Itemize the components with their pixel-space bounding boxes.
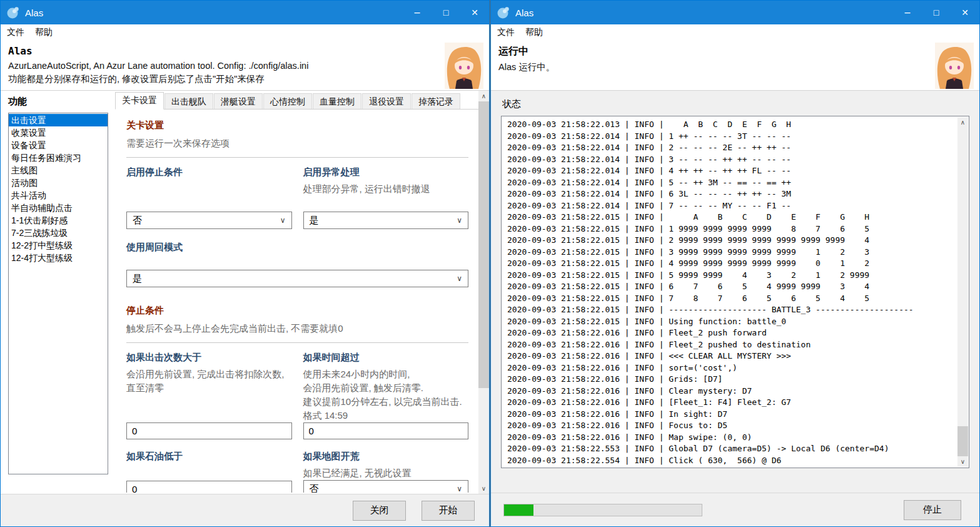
menu-item[interactable]: 帮助	[525, 26, 548, 39]
log-line: 2020-09-03 21:58:22.015 | INFO | 5 9999 …	[507, 270, 955, 282]
log-line: 2020-09-03 21:58:22.015 | INFO | Using f…	[507, 316, 955, 328]
log-line: 2020-09-03 21:58:22.016 | INFO | sort=('…	[507, 362, 955, 374]
log-line: 2020-09-03 21:58:22.016 | INFO | In sigh…	[507, 409, 955, 421]
loop-mode-value: 是	[133, 273, 142, 285]
log-line: 2020-09-03 21:58:22.014 | INFO | 3 -- --…	[507, 154, 955, 166]
sidebar-item[interactable]: 活动图	[9, 177, 108, 189]
function-list[interactable]: 出击设置收菜设置设备设置每日任务困难演习主线图活动图共斗活动半自动辅助点击1-1…	[8, 113, 108, 474]
if-map-select[interactable]: 否 ∨	[303, 480, 469, 493]
field-label-if-oil: 如果石油低于	[126, 451, 292, 463]
app-header-title: Alas	[8, 45, 439, 57]
log-line: 2020-09-03 21:58:22.015 | INFO | -------…	[507, 304, 955, 316]
chevron-down-icon: ∨	[457, 484, 462, 493]
log-line: 2020-09-03 21:58:22.014 | INFO | 1 ++ --…	[507, 131, 955, 143]
log-line: 2020-09-03 21:58:22.015 | INFO | 2 9999 …	[507, 235, 955, 247]
close-dialog-button[interactable]: 关闭	[353, 501, 406, 521]
chevron-down-icon: ∨	[457, 216, 462, 225]
tab[interactable]: 关卡设置	[115, 92, 164, 110]
status-area: 状态 2020-09-03 21:58:22.013 | INFO | A B …	[491, 91, 979, 493]
avatar	[444, 43, 484, 89]
minimize-button-icon[interactable]: –	[403, 1, 432, 24]
sidebar-item[interactable]: 1-1伏击刷好感	[9, 214, 108, 227]
menubar: 文件帮助	[1, 24, 489, 40]
tab[interactable]: 心情控制	[263, 93, 312, 109]
field-label-enable-exception: 启用异常处理	[303, 166, 469, 178]
sidebar-item[interactable]: 收菜设置	[9, 126, 108, 139]
window-title: Alas	[25, 8, 403, 18]
scrollbar-thumb[interactable]	[957, 426, 968, 456]
log-output[interactable]: 2020-09-03 21:58:22.013 | INFO | A B C D…	[501, 116, 969, 468]
scroll-up-icon[interactable]: ∧	[957, 117, 968, 128]
app-header-subtitle: AzurLaneAutoScript, An Azur Lane automat…	[8, 59, 439, 73]
start-button[interactable]: 开始	[422, 501, 475, 521]
app-header: 运行中 Alas 运行中。	[491, 40, 979, 91]
if-count-input[interactable]	[126, 422, 292, 439]
log-line: 2020-09-03 21:58:22.016 | INFO | <<< CLE…	[507, 350, 955, 362]
sidebar-item[interactable]: 半自动辅助点击	[9, 202, 108, 214]
sidebar-item[interactable]: 出击设置	[9, 114, 108, 126]
run-status-subtitle: Alas 运行中。	[498, 61, 929, 74]
tab[interactable]: 退役设置	[362, 93, 411, 109]
if-map-value: 否	[310, 483, 319, 493]
close-button-icon[interactable]: ✕	[460, 1, 489, 24]
scroll-down-icon[interactable]: ∨	[957, 456, 968, 467]
titlebar[interactable]: Alas – □ ✕	[491, 1, 979, 24]
tab[interactable]: 掉落记录	[412, 93, 460, 109]
if-time-input[interactable]	[303, 422, 469, 439]
log-scrollbar[interactable]: ∧ ∨	[957, 117, 968, 467]
sidebar-item[interactable]: 每日任务困难演习	[9, 151, 108, 164]
section-desc-stage: 需要运行一次来保存选项	[126, 138, 468, 150]
titlebar[interactable]: Alas – □ ✕	[1, 1, 489, 24]
field-label-if-time: 如果时间超过	[303, 352, 469, 364]
alas-running-window: Alas – □ ✕ 文件帮助 运行中 Alas 运行中。 状态 2020-09…	[490, 0, 980, 527]
menu-item[interactable]: 帮助	[35, 26, 58, 39]
log-line: 2020-09-03 21:58:22.014 | INFO | 5 -- ++…	[507, 177, 955, 189]
divider	[126, 342, 468, 343]
maximize-button-icon[interactable]: □	[432, 1, 460, 24]
alas-logo-icon	[6, 6, 20, 19]
sidebar-item[interactable]: 12-4打大型练级	[9, 252, 108, 264]
log-line: 2020-09-03 21:58:22.015 | INFO | 3 9999 …	[507, 247, 955, 258]
tab[interactable]: 血量控制	[313, 93, 361, 109]
scroll-down-icon[interactable]: ∨	[478, 483, 489, 494]
sidebar-item[interactable]: 12-2打中型练级	[9, 239, 108, 252]
log-line: 2020-09-03 21:58:22.016 | INFO | Clear m…	[507, 386, 955, 397]
scroll-up-icon[interactable]: ∧	[478, 91, 489, 101]
sidebar-item[interactable]: 7-2三战拣垃圾	[9, 227, 108, 239]
loop-mode-select[interactable]: 是 ∨	[126, 270, 468, 287]
field-desc-enable-exception: 处理部分异常, 运行出错时撤退	[303, 182, 469, 196]
menu-item[interactable]: 文件	[497, 26, 520, 39]
menu-item[interactable]: 文件	[7, 26, 30, 39]
settings-panel: 关卡设置出击舰队潜艇设置心情控制血量控制退役设置掉落记录 关卡设置 需要运行一次…	[114, 91, 489, 494]
tab[interactable]: 出击舰队	[164, 93, 213, 109]
tab-bar: 关卡设置出击舰队潜艇设置心情控制血量控制退役设置掉落记录	[115, 92, 478, 110]
chevron-down-icon: ∨	[280, 216, 286, 225]
field-desc-if-count: 会沿用先前设置, 完成出击将扣除次数, 直至清零	[126, 367, 292, 395]
run-status-title: 运行中	[498, 45, 929, 58]
stop-button[interactable]: 停止	[904, 500, 961, 520]
sidebar-item[interactable]: 设备设置	[9, 139, 108, 151]
scrollbar-thumb[interactable]	[478, 101, 489, 388]
enable-stop-value: 否	[133, 215, 142, 227]
field-label-enable-stop: 启用停止条件	[126, 166, 292, 178]
log-line: 2020-09-03 21:58:22.015 | INFO | 1 9999 …	[507, 223, 955, 235]
sidebar-item[interactable]: 共斗活动	[9, 189, 108, 202]
log-line: 2020-09-03 21:58:22.016 | INFO | Focus t…	[507, 420, 955, 432]
progress-bar	[503, 504, 702, 516]
maximize-button-icon[interactable]: □	[922, 1, 951, 24]
content-scrollbar[interactable]: ∧ ∨	[478, 91, 489, 494]
minimize-button-icon[interactable]: –	[893, 1, 922, 24]
if-oil-input[interactable]	[126, 481, 292, 493]
log-line: 2020-09-03 21:58:22.554 | INFO | Click (…	[507, 455, 955, 467]
log-line: 2020-09-03 21:58:22.016 | INFO | Grids: …	[507, 374, 955, 386]
field-desc-if-map: 如果已经满足, 无视此设置	[303, 466, 469, 480]
enable-stop-select[interactable]: 否 ∨	[126, 212, 292, 229]
enable-exception-value: 是	[310, 215, 319, 227]
sidebar-item[interactable]: 主线图	[9, 164, 108, 177]
close-button-icon[interactable]: ✕	[951, 1, 979, 24]
progress-fill	[504, 504, 533, 516]
app-header: Alas AzurLaneAutoScript, An Azur Lane au…	[1, 40, 489, 91]
log-line: 2020-09-03 21:58:22.016 | INFO | Fleet_2…	[507, 327, 955, 339]
enable-exception-select[interactable]: 是 ∨	[303, 212, 469, 229]
tab[interactable]: 潜艇设置	[214, 93, 263, 109]
